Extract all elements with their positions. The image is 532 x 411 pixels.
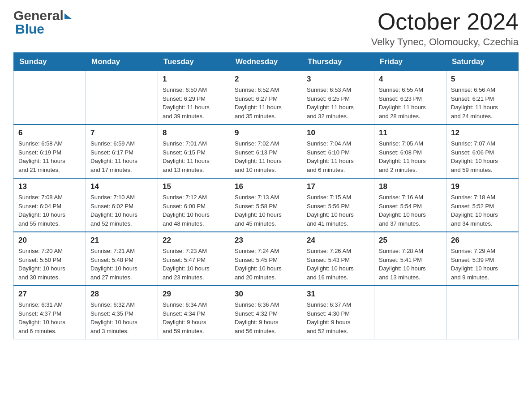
day-number: 17: [307, 182, 369, 191]
day-info: Sunrise: 7:08 AMSunset: 6:04 PMDaylight:…: [18, 193, 81, 228]
day-cell: 23Sunrise: 7:24 AMSunset: 5:45 PMDayligh…: [230, 232, 302, 286]
day-number: 15: [163, 182, 225, 191]
day-info: Sunrise: 7:02 AMSunset: 6:13 PMDaylight:…: [235, 139, 297, 174]
day-number: 12: [451, 128, 514, 137]
day-cell: [374, 286, 446, 339]
week-row-1: 1Sunrise: 6:50 AMSunset: 6:29 PMDaylight…: [14, 71, 519, 125]
day-info: Sunrise: 7:10 AMSunset: 6:02 PMDaylight:…: [90, 193, 153, 228]
day-info: Sunrise: 6:53 AMSunset: 6:25 PMDaylight:…: [307, 86, 369, 120]
logo-general-text: General: [13, 9, 64, 22]
day-info: Sunrise: 7:24 AMSunset: 5:45 PMDaylight:…: [235, 247, 297, 282]
calendar-body: 1Sunrise: 6:50 AMSunset: 6:29 PMDaylight…: [14, 71, 519, 339]
day-number: 7: [90, 128, 153, 137]
day-cell: 29Sunrise: 6:34 AMSunset: 4:34 PMDayligh…: [158, 286, 230, 339]
day-info: Sunrise: 7:05 AMSunset: 6:08 PMDaylight:…: [379, 139, 442, 174]
day-cell: 21Sunrise: 7:21 AMSunset: 5:48 PMDayligh…: [86, 232, 158, 286]
header-cell-wednesday: Wednesday: [230, 53, 302, 71]
day-info: Sunrise: 6:34 AMSunset: 4:34 PMDaylight:…: [163, 300, 225, 335]
day-cell: 16Sunrise: 7:13 AMSunset: 5:58 PMDayligh…: [230, 178, 302, 232]
day-number: 28: [90, 290, 153, 299]
day-info: Sunrise: 6:32 AMSunset: 4:35 PMDaylight:…: [90, 300, 153, 335]
day-number: 20: [18, 236, 81, 245]
location-title: Velky Tynec, Olomoucky, Czechia: [371, 36, 519, 48]
day-info: Sunrise: 6:31 AMSunset: 4:37 PMDaylight:…: [18, 300, 81, 335]
day-number: 2: [235, 75, 297, 84]
day-number: 30: [235, 290, 297, 299]
day-cell: 31Sunrise: 6:37 AMSunset: 4:30 PMDayligh…: [302, 286, 374, 339]
day-number: 4: [379, 75, 442, 84]
day-number: 21: [90, 236, 153, 245]
day-info: Sunrise: 7:29 AMSunset: 5:39 PMDaylight:…: [451, 247, 514, 282]
day-cell: [86, 71, 158, 125]
day-cell: 3Sunrise: 6:53 AMSunset: 6:25 PMDaylight…: [302, 71, 374, 125]
day-info: Sunrise: 7:28 AMSunset: 5:41 PMDaylight:…: [379, 247, 442, 282]
day-cell: 1Sunrise: 6:50 AMSunset: 6:29 PMDaylight…: [158, 71, 230, 125]
header-cell-tuesday: Tuesday: [158, 53, 230, 71]
day-number: 14: [90, 182, 153, 191]
logo-triangle-icon: [64, 13, 72, 19]
day-number: 8: [163, 128, 225, 137]
day-info: Sunrise: 7:16 AMSunset: 5:54 PMDaylight:…: [379, 193, 442, 228]
day-cell: 15Sunrise: 7:12 AMSunset: 6:00 PMDayligh…: [158, 178, 230, 232]
day-cell: 27Sunrise: 6:31 AMSunset: 4:37 PMDayligh…: [14, 286, 86, 339]
header-cell-thursday: Thursday: [302, 53, 374, 71]
day-number: 22: [163, 236, 225, 245]
day-cell: 2Sunrise: 6:52 AMSunset: 6:27 PMDaylight…: [230, 71, 302, 125]
day-cell: 8Sunrise: 7:01 AMSunset: 6:15 PMDaylight…: [158, 124, 230, 178]
day-info: Sunrise: 7:04 AMSunset: 6:10 PMDaylight:…: [307, 139, 369, 174]
day-number: 10: [307, 128, 369, 137]
day-number: 18: [379, 182, 442, 191]
day-cell: 26Sunrise: 7:29 AMSunset: 5:39 PMDayligh…: [446, 232, 519, 286]
logo: General Blue: [13, 9, 72, 36]
day-cell: 4Sunrise: 6:55 AMSunset: 6:23 PMDaylight…: [374, 71, 446, 125]
day-number: 31: [307, 290, 369, 299]
day-cell: 24Sunrise: 7:26 AMSunset: 5:43 PMDayligh…: [302, 232, 374, 286]
day-number: 24: [307, 236, 369, 245]
title-block: October 2024 Velky Tynec, Olomoucky, Cze…: [371, 9, 519, 48]
day-info: Sunrise: 7:26 AMSunset: 5:43 PMDaylight:…: [307, 247, 369, 282]
day-cell: 25Sunrise: 7:28 AMSunset: 5:41 PMDayligh…: [374, 232, 446, 286]
day-info: Sunrise: 6:52 AMSunset: 6:27 PMDaylight:…: [235, 86, 297, 120]
day-info: Sunrise: 7:07 AMSunset: 6:06 PMDaylight:…: [451, 139, 514, 174]
header-cell-friday: Friday: [374, 53, 446, 71]
day-info: Sunrise: 6:37 AMSunset: 4:30 PMDaylight:…: [307, 300, 369, 335]
day-cell: 12Sunrise: 7:07 AMSunset: 6:06 PMDayligh…: [446, 124, 519, 178]
day-number: 9: [235, 128, 297, 137]
day-info: Sunrise: 6:36 AMSunset: 4:32 PMDaylight:…: [235, 300, 297, 335]
header-cell-saturday: Saturday: [446, 53, 519, 71]
week-row-4: 20Sunrise: 7:20 AMSunset: 5:50 PMDayligh…: [14, 232, 519, 286]
day-number: 3: [307, 75, 369, 84]
day-cell: [446, 286, 519, 339]
day-number: 23: [235, 236, 297, 245]
day-info: Sunrise: 7:12 AMSunset: 6:00 PMDaylight:…: [163, 193, 225, 228]
logo-blue-text: Blue: [15, 22, 44, 36]
day-cell: 28Sunrise: 6:32 AMSunset: 4:35 PMDayligh…: [86, 286, 158, 339]
day-info: Sunrise: 6:50 AMSunset: 6:29 PMDaylight:…: [163, 86, 225, 120]
day-cell: 11Sunrise: 7:05 AMSunset: 6:08 PMDayligh…: [374, 124, 446, 178]
week-row-5: 27Sunrise: 6:31 AMSunset: 4:37 PMDayligh…: [14, 286, 519, 339]
day-cell: 7Sunrise: 6:59 AMSunset: 6:17 PMDaylight…: [86, 124, 158, 178]
day-number: 5: [451, 75, 514, 84]
page-header: General Blue October 2024 Velky Tynec, O…: [13, 9, 519, 48]
header-cell-sunday: Sunday: [14, 53, 86, 71]
day-number: 25: [379, 236, 442, 245]
week-row-3: 13Sunrise: 7:08 AMSunset: 6:04 PMDayligh…: [14, 178, 519, 232]
day-info: Sunrise: 7:23 AMSunset: 5:47 PMDaylight:…: [163, 247, 225, 282]
day-info: Sunrise: 7:20 AMSunset: 5:50 PMDaylight:…: [18, 247, 81, 282]
day-info: Sunrise: 7:15 AMSunset: 5:56 PMDaylight:…: [307, 193, 369, 228]
day-number: 16: [235, 182, 297, 191]
day-cell: 14Sunrise: 7:10 AMSunset: 6:02 PMDayligh…: [86, 178, 158, 232]
day-cell: 5Sunrise: 6:56 AMSunset: 6:21 PMDaylight…: [446, 71, 519, 125]
day-number: 29: [163, 290, 225, 299]
month-title: October 2024: [371, 9, 519, 34]
day-cell: 18Sunrise: 7:16 AMSunset: 5:54 PMDayligh…: [374, 178, 446, 232]
day-info: Sunrise: 7:18 AMSunset: 5:52 PMDaylight:…: [451, 193, 514, 228]
day-info: Sunrise: 6:58 AMSunset: 6:19 PMDaylight:…: [18, 139, 81, 174]
day-number: 11: [379, 128, 442, 137]
day-cell: 13Sunrise: 7:08 AMSunset: 6:04 PMDayligh…: [14, 178, 86, 232]
day-info: Sunrise: 6:59 AMSunset: 6:17 PMDaylight:…: [90, 139, 153, 174]
calendar-header: SundayMondayTuesdayWednesdayThursdayFrid…: [14, 53, 519, 71]
day-cell: 6Sunrise: 6:58 AMSunset: 6:19 PMDaylight…: [14, 124, 86, 178]
day-cell: 10Sunrise: 7:04 AMSunset: 6:10 PMDayligh…: [302, 124, 374, 178]
header-row: SundayMondayTuesdayWednesdayThursdayFrid…: [14, 53, 519, 71]
